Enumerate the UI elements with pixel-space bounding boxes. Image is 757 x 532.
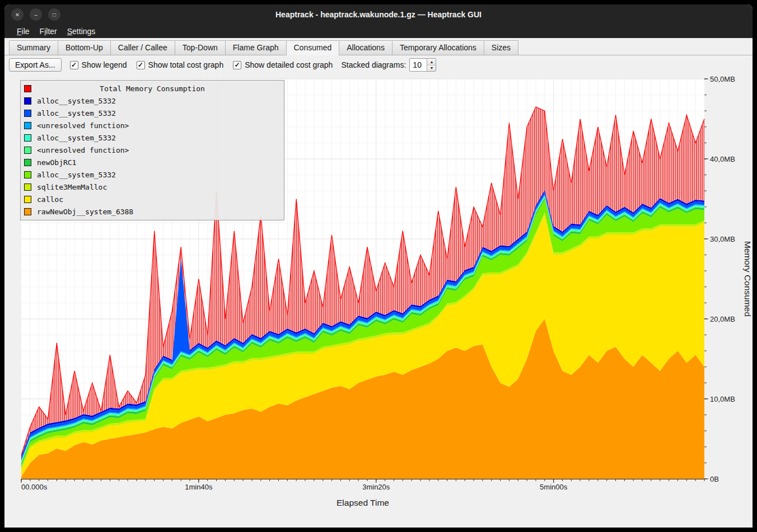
checkbox-icon: ✓ <box>137 61 145 69</box>
tab-temporary-allocations[interactable]: Temporary Allocations <box>392 40 484 55</box>
legend-title-row: Total Memory Consumption <box>21 82 284 95</box>
x-tick-label: 1min40s <box>185 483 213 491</box>
menu-settings[interactable]: Settings <box>62 26 101 37</box>
tab-bottom-up[interactable]: Bottom-Up <box>58 40 111 55</box>
y-tick-label: 0B <box>710 475 719 483</box>
legend-item-alloc-system-5332-6: alloc__system_5332 <box>21 168 284 181</box>
legend-item-unresolved-function-4: <unresolved function> <box>21 144 284 156</box>
window-title: Heaptrack - heaptrack.wakunode.1.gz — He… <box>4 4 753 25</box>
spin-down-icon[interactable]: ▼ <box>427 65 436 72</box>
tab-summary[interactable]: Summary <box>9 40 58 55</box>
legend-label: sqlite3MemMalloc <box>37 183 107 191</box>
spinbox-value[interactable]: 10 <box>410 59 427 71</box>
close-icon: ✕ <box>15 12 20 18</box>
checkbox-label: Show legend <box>82 60 127 69</box>
spin-up-icon[interactable]: ▲ <box>427 59 436 65</box>
legend-label: alloc__system_5332 <box>37 109 116 117</box>
window-controls: ✕–□ <box>11 8 60 21</box>
menu-filter[interactable]: Filter <box>35 26 62 37</box>
checkbox-label: Show total cost graph <box>148 60 224 69</box>
y-axis-title: Memory Consumed <box>743 241 753 317</box>
legend-swatch <box>24 134 31 142</box>
stacked-diagrams-spinbox[interactable]: 10 ▲ ▼ <box>409 58 436 72</box>
tab-top-down[interactable]: Top-Down <box>175 40 226 55</box>
legend-swatch <box>24 97 31 105</box>
legend-label: alloc__system_5332 <box>37 134 116 142</box>
menu-file[interactable]: File <box>12 26 35 37</box>
tab-bar: SummaryBottom-UpCaller / CalleeTop-DownF… <box>4 39 753 55</box>
checkbox-label: Show detailed cost graph <box>245 60 333 69</box>
legend-swatch <box>24 159 31 166</box>
minimize-button[interactable]: – <box>30 8 42 21</box>
y-tick-label: 30,0MB <box>710 235 735 243</box>
main-content: SummaryBottom-UpCaller / CalleeTop-DownF… <box>4 38 753 528</box>
legend-swatch <box>24 196 31 203</box>
checkbox-show-detailed-cost-graph[interactable]: ✓Show detailed cost graph <box>233 60 333 69</box>
checkbox-group: ✓Show legend✓Show total cost graph✓Show … <box>70 60 333 69</box>
legend-swatch-total <box>24 85 31 92</box>
legend-label: <unresolved function> <box>37 146 129 154</box>
tab-flame-graph[interactable]: Flame Graph <box>225 40 287 55</box>
checkbox-icon: ✓ <box>233 61 241 69</box>
legend-swatch <box>24 171 31 178</box>
x-tick-label: 3min20s <box>362 483 390 491</box>
legend-label: alloc__system_5332 <box>37 97 116 105</box>
stacked-diagrams-label: Stacked diagrams: <box>341 60 406 69</box>
tab-consumed[interactable]: Consumed <box>286 40 340 55</box>
y-tick-label: 40,0MB <box>710 155 735 163</box>
legend-label: calloc <box>37 195 63 204</box>
spinbox-buttons: ▲ ▼ <box>427 59 436 71</box>
x-tick-label: 5min00s <box>540 483 568 491</box>
tab-sizes[interactable]: Sizes <box>484 40 518 55</box>
x-axis-title: Elapsed Time <box>337 498 389 507</box>
close-button[interactable]: ✕ <box>11 8 24 21</box>
legend-item-newobjrc1-5: newObjRC1 <box>21 156 284 168</box>
y-tick-label: 50,0MB <box>710 75 735 83</box>
chart-legend: Total Memory Consumptionalloc__system_53… <box>20 80 284 220</box>
legend-item-alloc-system-5332-3: alloc__system_5332 <box>21 131 284 144</box>
legend-item-alloc-system-5332-1: alloc__system_5332 <box>21 107 284 119</box>
legend-swatch <box>24 147 31 154</box>
legend-title: Total Memory Consumption <box>31 84 273 93</box>
checkbox-show-total-cost-graph[interactable]: ✓Show total cost graph <box>137 60 224 69</box>
export-as-button[interactable]: Export As... <box>9 58 62 72</box>
legend-item-unresolved-function-2: <unresolved function> <box>21 119 284 131</box>
legend-label: newObjRC1 <box>37 158 76 167</box>
maximize-icon: □ <box>53 12 56 18</box>
toolbar: Export As... ✓Show legend✓Show total cos… <box>9 57 436 73</box>
stacked-diagrams-control: Stacked diagrams: 10 ▲ ▼ <box>341 58 436 72</box>
legend-item-rawnewobj-system-6388-9: rawNewObj__system_6388 <box>21 205 284 218</box>
legend-label: alloc__system_5332 <box>37 171 116 179</box>
minimize-icon: – <box>34 12 38 18</box>
checkbox-show-legend[interactable]: ✓Show legend <box>70 60 127 69</box>
y-tick-label: 20,0MB <box>710 315 735 323</box>
titlebar[interactable]: ✕–□ Heaptrack - heaptrack.wakunode.1.gz … <box>4 4 753 25</box>
checkbox-icon: ✓ <box>70 61 78 69</box>
legend-item-sqlite3memmalloc-7: sqlite3MemMalloc <box>21 181 284 193</box>
heaptrack-window: ✕–□ Heaptrack - heaptrack.wakunode.1.gz … <box>4 4 753 528</box>
x-tick-label: 00.000s <box>21 483 48 491</box>
menubar: FileFilterSettings <box>4 25 753 38</box>
legend-swatch <box>24 183 31 191</box>
legend-swatch <box>24 208 31 215</box>
tab-caller-callee[interactable]: Caller / Callee <box>110 40 175 55</box>
legend-label: rawNewObj__system_6388 <box>37 208 133 216</box>
maximize-button[interactable]: □ <box>48 8 60 21</box>
legend-swatch <box>24 110 31 117</box>
y-tick-label: 10,0MB <box>710 395 735 403</box>
legend-item-calloc-8: calloc <box>21 193 284 205</box>
tab-allocations[interactable]: Allocations <box>339 40 392 55</box>
legend-label: <unresolved function> <box>37 121 129 130</box>
legend-item-alloc-system-5332-0: alloc__system_5332 <box>21 95 284 107</box>
legend-swatch <box>24 122 31 129</box>
